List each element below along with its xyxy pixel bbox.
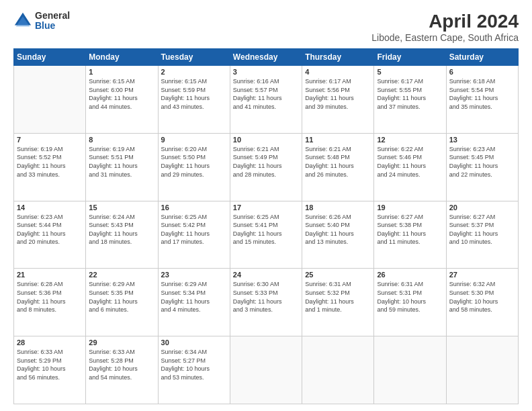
day-info-24: Sunrise: 6:30 AM Sunset: 5:33 PM Dayligh… (233, 280, 299, 314)
logo: General Blue (13, 11, 70, 32)
day-number-11: 11 (305, 136, 371, 144)
day-cell-25: 25Sunrise: 6:31 AM Sunset: 5:32 PM Dayli… (302, 269, 374, 336)
day-cell-2: 2Sunrise: 6:15 AM Sunset: 5:59 PM Daylig… (158, 66, 230, 134)
day-info-17: Sunrise: 6:25 AM Sunset: 5:41 PM Dayligh… (233, 213, 299, 246)
empty-cell (446, 336, 518, 404)
day-cell-8: 8Sunrise: 6:19 AM Sunset: 5:51 PM Daylig… (86, 133, 158, 201)
day-cell-15: 15Sunrise: 6:24 AM Sunset: 5:43 PM Dayli… (86, 201, 158, 269)
day-number-10: 10 (233, 136, 299, 144)
day-number-30: 30 (161, 338, 227, 347)
empty-cell (14, 66, 86, 134)
day-info-14: Sunrise: 6:23 AM Sunset: 5:44 PM Dayligh… (17, 213, 83, 246)
week-row-1: 1Sunrise: 6:15 AM Sunset: 6:00 PM Daylig… (14, 66, 519, 134)
day-number-4: 4 (305, 68, 371, 76)
day-cell-4: 4Sunrise: 6:17 AM Sunset: 5:56 PM Daylig… (302, 66, 374, 134)
day-number-19: 19 (377, 203, 443, 212)
day-info-13: Sunrise: 6:23 AM Sunset: 5:45 PM Dayligh… (449, 145, 515, 179)
empty-cell (230, 336, 302, 404)
day-info-26: Sunrise: 6:31 AM Sunset: 5:31 PM Dayligh… (377, 280, 443, 314)
day-info-9: Sunrise: 6:20 AM Sunset: 5:50 PM Dayligh… (161, 145, 227, 179)
calendar-header-row: Sunday Monday Tuesday Wednesday Thursday… (14, 49, 519, 66)
day-info-22: Sunrise: 6:29 AM Sunset: 5:35 PM Dayligh… (89, 280, 154, 314)
day-number-21: 21 (17, 271, 83, 279)
day-number-26: 26 (377, 271, 443, 279)
header: General Blue April 2024 Libode, Eastern … (13, 11, 519, 43)
day-number-23: 23 (161, 271, 227, 279)
day-number-14: 14 (17, 203, 83, 212)
day-number-7: 7 (17, 136, 83, 144)
day-info-7: Sunrise: 6:19 AM Sunset: 5:52 PM Dayligh… (17, 145, 83, 179)
day-number-17: 17 (233, 203, 299, 212)
logo-general: General (35, 11, 70, 21)
day-number-8: 8 (89, 136, 154, 144)
day-number-2: 2 (161, 68, 227, 76)
day-cell-7: 7Sunrise: 6:19 AM Sunset: 5:52 PM Daylig… (14, 133, 86, 201)
day-number-13: 13 (449, 136, 515, 144)
day-number-18: 18 (305, 203, 371, 212)
day-info-19: Sunrise: 6:27 AM Sunset: 5:38 PM Dayligh… (377, 213, 443, 246)
day-cell-6: 6Sunrise: 6:18 AM Sunset: 5:54 PM Daylig… (446, 66, 518, 134)
day-cell-5: 5Sunrise: 6:17 AM Sunset: 5:55 PM Daylig… (374, 66, 446, 134)
col-tuesday: Tuesday (158, 49, 230, 66)
day-info-21: Sunrise: 6:28 AM Sunset: 5:36 PM Dayligh… (17, 280, 83, 314)
col-thursday: Thursday (302, 49, 374, 66)
day-number-16: 16 (161, 203, 227, 212)
day-cell-26: 26Sunrise: 6:31 AM Sunset: 5:31 PM Dayli… (374, 269, 446, 336)
day-cell-16: 16Sunrise: 6:25 AM Sunset: 5:42 PM Dayli… (158, 201, 230, 269)
day-cell-18: 18Sunrise: 6:26 AM Sunset: 5:40 PM Dayli… (302, 201, 374, 269)
day-info-15: Sunrise: 6:24 AM Sunset: 5:43 PM Dayligh… (89, 213, 154, 246)
day-info-5: Sunrise: 6:17 AM Sunset: 5:55 PM Dayligh… (377, 77, 443, 111)
day-info-1: Sunrise: 6:15 AM Sunset: 6:00 PM Dayligh… (89, 77, 154, 111)
day-info-29: Sunrise: 6:33 AM Sunset: 5:28 PM Dayligh… (89, 348, 154, 381)
col-wednesday: Wednesday (230, 49, 302, 66)
day-number-12: 12 (377, 136, 443, 144)
day-cell-13: 13Sunrise: 6:23 AM Sunset: 5:45 PM Dayli… (446, 133, 518, 201)
day-cell-17: 17Sunrise: 6:25 AM Sunset: 5:41 PM Dayli… (230, 201, 302, 269)
day-number-9: 9 (161, 136, 227, 144)
day-number-20: 20 (449, 203, 515, 212)
day-number-6: 6 (449, 68, 515, 76)
logo-icon (13, 11, 32, 30)
day-cell-23: 23Sunrise: 6:29 AM Sunset: 5:34 PM Dayli… (158, 269, 230, 336)
day-cell-14: 14Sunrise: 6:23 AM Sunset: 5:44 PM Dayli… (14, 201, 86, 269)
col-friday: Friday (374, 49, 446, 66)
day-info-2: Sunrise: 6:15 AM Sunset: 5:59 PM Dayligh… (161, 77, 227, 111)
day-info-25: Sunrise: 6:31 AM Sunset: 5:32 PM Dayligh… (305, 280, 371, 314)
title-section: April 2024 Libode, Eastern Cape, South A… (371, 11, 519, 43)
day-number-1: 1 (89, 68, 154, 76)
calendar-title: April 2024 (371, 11, 519, 32)
day-info-18: Sunrise: 6:26 AM Sunset: 5:40 PM Dayligh… (305, 213, 371, 246)
day-cell-1: 1Sunrise: 6:15 AM Sunset: 6:00 PM Daylig… (86, 66, 158, 134)
calendar-subtitle: Libode, Eastern Cape, South Africa (371, 32, 519, 43)
day-cell-11: 11Sunrise: 6:21 AM Sunset: 5:48 PM Dayli… (302, 133, 374, 201)
day-info-11: Sunrise: 6:21 AM Sunset: 5:48 PM Dayligh… (305, 145, 371, 179)
day-cell-12: 12Sunrise: 6:22 AM Sunset: 5:46 PM Dayli… (374, 133, 446, 201)
calendar-table: Sunday Monday Tuesday Wednesday Thursday… (13, 48, 519, 404)
page: General Blue April 2024 Libode, Eastern … (0, 0, 532, 411)
week-row-4: 21Sunrise: 6:28 AM Sunset: 5:36 PM Dayli… (14, 269, 519, 336)
day-info-27: Sunrise: 6:32 AM Sunset: 5:30 PM Dayligh… (449, 280, 515, 314)
logo-text: General Blue (35, 11, 70, 32)
day-cell-30: 30Sunrise: 6:34 AM Sunset: 5:27 PM Dayli… (158, 336, 230, 404)
day-number-28: 28 (17, 338, 83, 347)
day-number-22: 22 (89, 271, 154, 279)
empty-cell (374, 336, 446, 404)
day-info-28: Sunrise: 6:33 AM Sunset: 5:29 PM Dayligh… (17, 348, 83, 381)
day-info-8: Sunrise: 6:19 AM Sunset: 5:51 PM Dayligh… (89, 145, 154, 179)
day-info-10: Sunrise: 6:21 AM Sunset: 5:49 PM Dayligh… (233, 145, 299, 179)
day-number-29: 29 (89, 338, 154, 347)
week-row-5: 28Sunrise: 6:33 AM Sunset: 5:29 PM Dayli… (14, 336, 519, 404)
day-cell-19: 19Sunrise: 6:27 AM Sunset: 5:38 PM Dayli… (374, 201, 446, 269)
day-cell-29: 29Sunrise: 6:33 AM Sunset: 5:28 PM Dayli… (86, 336, 158, 404)
day-number-15: 15 (89, 203, 154, 212)
week-row-3: 14Sunrise: 6:23 AM Sunset: 5:44 PM Dayli… (14, 201, 519, 269)
col-sunday: Sunday (14, 49, 86, 66)
day-number-25: 25 (305, 271, 371, 279)
day-info-4: Sunrise: 6:17 AM Sunset: 5:56 PM Dayligh… (305, 77, 371, 111)
day-cell-28: 28Sunrise: 6:33 AM Sunset: 5:29 PM Dayli… (14, 336, 86, 404)
day-cell-24: 24Sunrise: 6:30 AM Sunset: 5:33 PM Dayli… (230, 269, 302, 336)
day-info-20: Sunrise: 6:27 AM Sunset: 5:37 PM Dayligh… (449, 213, 515, 246)
col-monday: Monday (86, 49, 158, 66)
day-info-16: Sunrise: 6:25 AM Sunset: 5:42 PM Dayligh… (161, 213, 227, 246)
day-info-23: Sunrise: 6:29 AM Sunset: 5:34 PM Dayligh… (161, 280, 227, 314)
